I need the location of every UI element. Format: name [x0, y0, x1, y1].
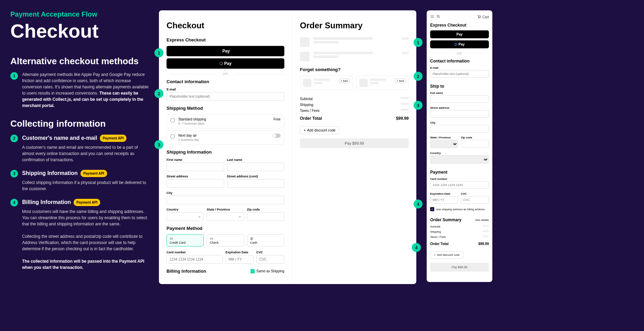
- or-separator: OR: [167, 72, 284, 76]
- section-heading-collecting: Collecting information: [10, 118, 149, 129]
- forget-heading: Forget something?: [300, 67, 409, 72]
- mobile-pay-button[interactable]: Pay $99.99: [430, 263, 489, 272]
- cash-icon: ◎: [250, 236, 281, 240]
- street-field[interactable]: [167, 179, 224, 188]
- country-select[interactable]: [167, 212, 204, 221]
- mobile-street-field[interactable]: [430, 110, 489, 118]
- svg-point-7: [455, 43, 457, 46]
- last-name-field[interactable]: [227, 163, 285, 171]
- pay-button[interactable]: Pay $99.99: [300, 138, 409, 148]
- google-icon: [219, 62, 223, 65]
- upsell-card: + Add: [300, 76, 353, 90]
- mobile-country-select[interactable]: [430, 155, 489, 164]
- same-as-shipping-checkbox[interactable]: ✓Same as Shipping: [250, 269, 284, 273]
- mobile-city-field[interactable]: [430, 125, 489, 133]
- search-icon[interactable]: [436, 14, 441, 19]
- card-exp-field[interactable]: [226, 255, 254, 264]
- mobile-fullname-field[interactable]: [430, 95, 489, 103]
- eyebrow: Payment Acceptance Flow: [10, 10, 149, 18]
- mobile-card-field[interactable]: [430, 181, 489, 189]
- plus-icon: +: [304, 128, 306, 132]
- page-title: Checkout: [10, 20, 149, 42]
- add-button[interactable]: + Add: [339, 79, 350, 83]
- check-icon: ▭: [210, 236, 241, 240]
- email-label: E-mail: [167, 88, 284, 91]
- add-button[interactable]: + Add: [395, 79, 406, 83]
- marker-1: 1: [154, 48, 163, 57]
- email-field[interactable]: [167, 92, 284, 101]
- toggle-icon: [272, 134, 281, 138]
- upsell-card: + Add: [356, 76, 409, 90]
- shipping-method-heading: Shipping Method: [167, 106, 284, 111]
- mobile-zip-field[interactable]: [461, 140, 489, 147]
- mobile-marker-2: 2: [414, 72, 423, 81]
- marker-2: 2: [154, 89, 163, 98]
- mobile-google-pay[interactable]: Pay: [430, 40, 489, 48]
- item-title: Shipping Information: [22, 169, 78, 177]
- marker-3: 3: [154, 140, 163, 149]
- mobile-discount-button[interactable]: + Add discount code: [430, 251, 464, 259]
- step-badge-2: 2: [10, 135, 18, 142]
- menu-icon[interactable]: [430, 14, 434, 19]
- check-icon: ✓: [250, 269, 255, 273]
- shipping-option-standard[interactable]: Standard shipping 5 -7 business days Fre…: [167, 114, 284, 128]
- express-heading: Express Checkout: [167, 37, 284, 42]
- first-name-field[interactable]: [167, 163, 224, 171]
- contact-heading: Contact information: [167, 79, 284, 84]
- card-icon: ▭: [170, 236, 201, 240]
- zip-field[interactable]: [247, 212, 284, 221]
- tab-cash[interactable]: ◎Cash: [247, 234, 284, 246]
- tab-check[interactable]: ▭Check: [207, 234, 244, 246]
- svg-point-6: [480, 18, 481, 18]
- shipping-option-nextday[interactable]: Next day air 1 business day: [167, 130, 284, 145]
- card-number-field[interactable]: [167, 255, 223, 264]
- city-field[interactable]: [167, 196, 284, 204]
- card-cvc-field[interactable]: [256, 255, 284, 264]
- alt-body: Alternate payment methods like Apple Pay…: [22, 71, 149, 109]
- api-pill: Payment API: [74, 199, 100, 206]
- cart-icon: [477, 14, 481, 19]
- svg-point-5: [479, 18, 479, 18]
- mobile-use-shipping-checkbox[interactable]: ✓Use shipping address as billing address: [430, 207, 489, 211]
- mobile-exp-field[interactable]: [430, 196, 458, 204]
- tab-credit-card[interactable]: ▭Credit Card: [167, 234, 204, 246]
- api-pill: Payment API: [80, 170, 107, 177]
- order-summary-title: Order Summary: [300, 21, 409, 30]
- add-discount-button[interactable]: +Add discount code: [300, 126, 339, 134]
- explanation-column: Payment Acceptance Flow Checkout Alterna…: [10, 10, 149, 284]
- section-heading-alt: Alternative checkout methods: [10, 56, 149, 67]
- mobile-marker-4: 4: [414, 199, 423, 208]
- item-title: Billing Information: [22, 198, 71, 206]
- shipping-info-heading: Shipping Information: [167, 149, 284, 155]
- payment-method-heading: Payment Method: [167, 226, 284, 231]
- mobile-marker-1: 1: [414, 38, 423, 47]
- cart-item: [300, 52, 409, 61]
- step-badge-3: 3: [10, 170, 18, 177]
- svg-line-4: [439, 17, 440, 18]
- desktop-mockup: Checkout Express Checkout Pay Pay OR Con…: [159, 10, 416, 284]
- mobile-state-select[interactable]: [430, 140, 458, 148]
- step-badge-4: 4: [10, 199, 18, 206]
- google-pay-button[interactable]: Pay: [167, 58, 284, 69]
- mobile-mockup: Cart Express Checkout Pay Pay OR Contact…: [427, 10, 492, 282]
- item-title: Customer's name and e-mail: [22, 134, 97, 142]
- cart-link[interactable]: Cart: [477, 14, 489, 19]
- mobile-marker-3: 3: [414, 101, 423, 110]
- marker-4: 4: [412, 243, 421, 252]
- apple-pay-button[interactable]: Pay: [167, 46, 284, 56]
- cart-item: [300, 37, 409, 47]
- street2-field[interactable]: [227, 179, 285, 188]
- svg-point-3: [437, 15, 439, 17]
- api-pill: Payment API: [100, 135, 126, 142]
- billing-heading: Billing Information: [167, 269, 206, 274]
- mobile-cvc-field[interactable]: [461, 196, 489, 204]
- see-details-link[interactable]: See details: [475, 218, 489, 222]
- checkout-title: Checkout: [167, 21, 284, 30]
- state-select[interactable]: [207, 212, 244, 221]
- mobile-apple-pay[interactable]: Pay: [430, 30, 489, 38]
- step-badge-1: 1: [10, 72, 18, 80]
- mobile-email-field[interactable]: [430, 70, 489, 78]
